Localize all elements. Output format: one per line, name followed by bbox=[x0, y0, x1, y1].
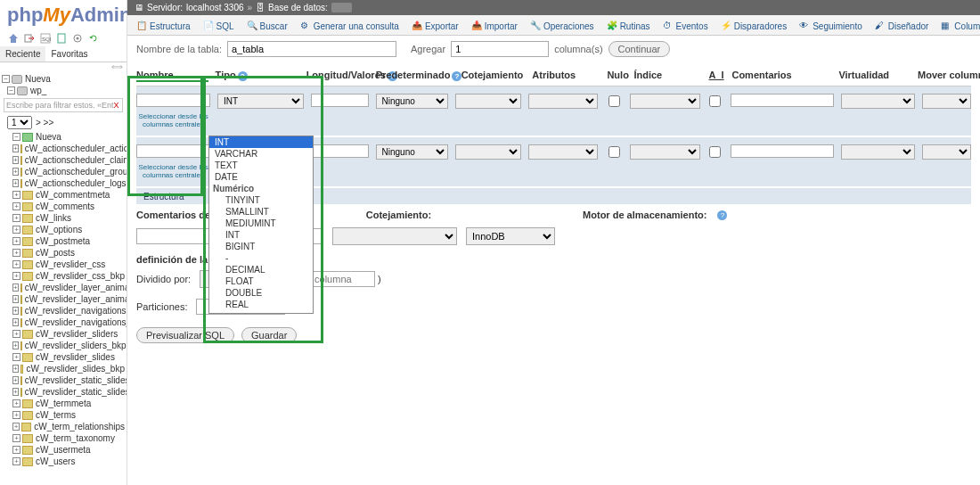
col-type-select[interactable]: INT bbox=[217, 94, 304, 109]
col-ai-checkbox[interactable] bbox=[709, 95, 721, 107]
tree-table[interactable]: +cW_revslider_slides_bkp bbox=[0, 363, 127, 374]
type-option[interactable]: TEXT bbox=[209, 160, 313, 171]
col-null-checkbox[interactable] bbox=[608, 95, 620, 107]
help-icon[interactable]: ? bbox=[238, 71, 248, 81]
col-attr-select[interactable] bbox=[528, 94, 598, 109]
type-option[interactable]: DATE bbox=[209, 171, 313, 183]
tab-sql[interactable]: 📄SQL bbox=[198, 17, 240, 35]
col-move-select[interactable] bbox=[922, 94, 971, 109]
tree-table[interactable]: +cW_revslider_sliders bbox=[0, 328, 127, 340]
refresh-icon[interactable] bbox=[87, 32, 100, 45]
tree-table[interactable]: +cW_actionscheduler_logs bbox=[0, 177, 127, 189]
tree-table[interactable]: +cW_term_relationships bbox=[0, 421, 127, 432]
tab-generar-una-consulta[interactable]: ⚙Generar una consulta bbox=[295, 17, 404, 35]
col-virtual-select[interactable] bbox=[841, 94, 915, 109]
col-default-select[interactable]: Ninguno bbox=[376, 144, 448, 160]
tree-table[interactable]: +cW_actionscheduler_action bbox=[0, 143, 127, 154]
col-index-select[interactable] bbox=[630, 94, 699, 109]
tree-table[interactable]: +cW_users bbox=[0, 456, 127, 467]
page-next[interactable]: > >> bbox=[36, 118, 53, 127]
tree-table[interactable]: +cW_actionscheduler_claim bbox=[0, 154, 127, 166]
tree-table[interactable]: +cW_revslider_slides bbox=[0, 351, 127, 363]
tree-filter[interactable]: Escribe para filtrar estos. «EntX bbox=[4, 98, 123, 112]
type-option[interactable]: SMALLINT bbox=[209, 206, 313, 218]
col-comment-input[interactable] bbox=[731, 94, 833, 107]
table-collation-select[interactable] bbox=[332, 227, 457, 245]
col-collation-select[interactable] bbox=[455, 94, 521, 109]
tab-seguimiento[interactable]: 👁Seguimiento bbox=[794, 17, 868, 35]
col-collation-select[interactable] bbox=[455, 144, 521, 160]
tree-table[interactable]: +cW_postmeta bbox=[0, 235, 127, 247]
col-move-select[interactable] bbox=[922, 144, 971, 160]
central-cols-link[interactable]: Seleccionar desde las columnas centrales bbox=[136, 112, 210, 128]
type-option[interactable]: INT bbox=[209, 136, 313, 148]
tree-table[interactable]: +cW_revslider_navigations_ bbox=[0, 316, 127, 328]
add-columns-input[interactable] bbox=[451, 41, 549, 57]
tree-db[interactable]: −wp_ bbox=[0, 85, 127, 96]
tree-table[interactable]: +cW_actionscheduler_group bbox=[0, 166, 127, 177]
tree-new-table[interactable]: −Nueva bbox=[0, 131, 127, 143]
type-option[interactable]: BIGINT bbox=[209, 241, 313, 252]
gear-icon[interactable] bbox=[71, 32, 84, 45]
type-option[interactable]: DOUBLE bbox=[209, 287, 313, 299]
tab-estructura[interactable]: 📋Estructura bbox=[131, 17, 196, 35]
type-option[interactable]: FLOAT bbox=[209, 275, 313, 287]
structure-link[interactable]: Estructura bbox=[140, 190, 188, 203]
tree-new[interactable]: −Nueva bbox=[0, 73, 127, 85]
partition-expr-input[interactable] bbox=[304, 271, 375, 287]
tree-table[interactable]: +cW_posts bbox=[0, 247, 127, 259]
help-icon[interactable]: ? bbox=[717, 210, 727, 220]
tree-table[interactable]: +cW_usermeta bbox=[0, 444, 127, 456]
col-virtual-select[interactable] bbox=[841, 144, 915, 160]
col-length-input[interactable] bbox=[311, 94, 369, 107]
tab-recent[interactable]: Reciente bbox=[0, 46, 45, 62]
engine-select[interactable]: InnoDB bbox=[466, 227, 555, 245]
tree-table[interactable]: +cW_revslider_navigations bbox=[0, 305, 127, 316]
tab-diseñador[interactable]: 🖌Diseñador bbox=[870, 17, 935, 35]
continue-button[interactable]: Continuar bbox=[608, 41, 671, 57]
col-comment-input[interactable] bbox=[731, 144, 833, 158]
type-dropdown[interactable]: INTVARCHARTEXTDATENuméricoTINYINTSMALLIN… bbox=[208, 136, 314, 314]
tab-eventos[interactable]: ⏱Eventos bbox=[657, 17, 714, 35]
tree-table[interactable]: +cW_revslider_css bbox=[0, 259, 127, 270]
save-button[interactable]: Guardar bbox=[241, 327, 297, 343]
type-option[interactable]: VARCHAR bbox=[209, 148, 313, 160]
tab-disparadores[interactable]: ⚡Disparadores bbox=[715, 17, 792, 35]
col-length-input[interactable] bbox=[311, 144, 369, 158]
tab-operaciones[interactable]: 🔧Operaciones bbox=[525, 17, 600, 35]
type-option[interactable]: DECIMAL bbox=[209, 264, 313, 275]
tree-table[interactable]: +cW_commentmeta bbox=[0, 189, 127, 201]
tree-table[interactable]: +cW_revslider_layer_animat bbox=[0, 282, 127, 293]
tree-table[interactable]: +cW_links bbox=[0, 212, 127, 224]
collapse-handle[interactable]: ⟺ bbox=[0, 62, 127, 71]
tree-table[interactable]: +cW_comments bbox=[0, 201, 127, 212]
central-cols-link[interactable]: Seleccionar desde las columnas centrales bbox=[136, 163, 210, 179]
col-default-select[interactable]: Ninguno bbox=[376, 94, 448, 109]
type-option[interactable]: INT bbox=[209, 229, 313, 241]
sql-icon[interactable]: SQL bbox=[39, 32, 52, 45]
tab-exportar[interactable]: 📤Exportar bbox=[406, 17, 464, 35]
type-option[interactable]: TINYINT bbox=[209, 194, 313, 206]
tree-table[interactable]: +cW_term_taxonomy bbox=[0, 432, 127, 444]
col-null-checkbox[interactable] bbox=[608, 146, 620, 158]
tab-buscar[interactable]: 🔍Buscar bbox=[241, 17, 293, 35]
col-attr-select[interactable] bbox=[528, 144, 598, 160]
col-name-input[interactable] bbox=[136, 94, 210, 107]
col-index-select[interactable] bbox=[630, 144, 699, 160]
tree-table[interactable]: +cW_termmeta bbox=[0, 398, 127, 409]
logout-icon[interactable] bbox=[23, 32, 36, 45]
tree-table[interactable]: +cW_revslider_css_bkp bbox=[0, 270, 127, 282]
docs-icon[interactable] bbox=[55, 32, 68, 45]
table-name-input[interactable] bbox=[227, 41, 396, 57]
tree-table[interactable]: +cW_revslider_sliders_bkp bbox=[0, 340, 127, 351]
home-icon[interactable] bbox=[7, 32, 20, 45]
col-ai-checkbox[interactable] bbox=[709, 146, 721, 158]
tab-importar[interactable]: 📥Importar bbox=[466, 17, 523, 35]
type-option[interactable]: - bbox=[209, 252, 313, 264]
tree-table[interactable]: +cW_revslider_static_slides bbox=[0, 374, 127, 386]
type-option[interactable]: REAL bbox=[209, 299, 313, 310]
tab-favorites[interactable]: Favoritas bbox=[45, 46, 93, 62]
col-name-input[interactable] bbox=[136, 144, 210, 158]
tab-columnas-centrales[interactable]: ▦Columnas centrales bbox=[935, 17, 980, 35]
server-link[interactable]: localhost 3306 bbox=[186, 3, 244, 12]
